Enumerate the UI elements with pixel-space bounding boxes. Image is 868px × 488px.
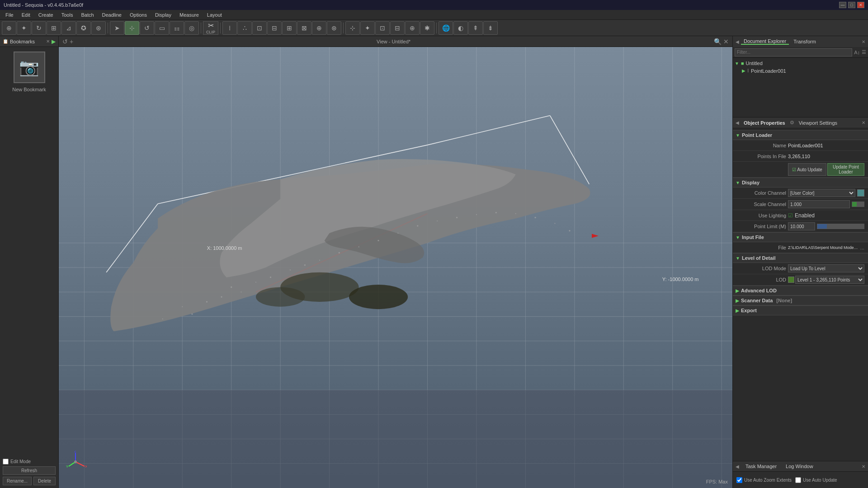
obj-props-tab[interactable]: Object Properties [741, 120, 788, 126]
scale-channel-input[interactable] [788, 200, 850, 208]
expand-icon: ◀ [736, 39, 739, 44]
lod-mode-select[interactable]: Load Up To Level [788, 264, 864, 272]
filter-az-btn[interactable]: A↕ [854, 50, 860, 55]
filter-options-btn[interactable]: ☰ [862, 49, 866, 55]
tool-move[interactable]: ✦ [17, 21, 31, 35]
viewport-settings-btn[interactable]: ↺ [62, 38, 68, 45]
tool-points4[interactable]: ⊟ [267, 21, 282, 35]
transform-tab[interactable]: Transform [791, 39, 819, 44]
auto-zoom-check[interactable] [736, 477, 742, 483]
tool-transform[interactable]: ⊿ [61, 21, 76, 35]
tool-class5[interactable]: ⊕ [405, 21, 420, 35]
viewport-settings-tab[interactable]: Viewport Settings [796, 120, 840, 126]
gear-icon[interactable]: ⚙ [790, 120, 794, 126]
tool-target[interactable]: ◎ [184, 21, 199, 35]
left-panel-expand[interactable]: ▶ [52, 38, 56, 45]
tree-root-item[interactable]: ▼ ■ Untitled [735, 60, 866, 67]
tool-points2[interactable]: ∴ [237, 21, 252, 35]
tool-grid[interactable]: ⚏ [170, 21, 184, 35]
auto-update-task-check[interactable] [795, 477, 801, 483]
tool-arrow[interactable]: ➤ [110, 21, 124, 35]
svg-point-50 [417, 225, 418, 226]
task-manager-tab[interactable]: Task Manager [743, 464, 779, 469]
color-channel-select[interactable]: [User Color] [788, 189, 855, 197]
close-btn[interactable]: ✕ [857, 2, 864, 8]
tool-points6[interactable]: ⊠ [297, 21, 311, 35]
input-file-section-header[interactable]: ▼ Input File [733, 232, 868, 242]
tool-nav1[interactable]: ⇞ [468, 21, 483, 35]
point-limit-slider[interactable] [817, 224, 864, 229]
tree-child-item[interactable]: ▶ ⁞ PointLoader001 [742, 67, 866, 75]
obj-props-close[interactable]: ✕ [862, 120, 865, 125]
menu-display[interactable]: Display [151, 11, 175, 19]
refresh-btn[interactable]: Refresh [3, 466, 56, 475]
clip-tool[interactable]: ✂ CLIP [203, 21, 218, 35]
tool-class6[interactable]: ✱ [420, 21, 434, 35]
title-bar: Untitled - Sequoia - v0.4.45.b7a6e0f — □… [0, 0, 868, 10]
lod-section-header[interactable]: ▼ Level of Detail [733, 253, 868, 263]
viewport-close-btn[interactable]: ✕ [723, 38, 729, 45]
tool-points7[interactable]: ⊕ [312, 21, 326, 35]
auto-update-task-checkbox[interactable]: Use Auto Update [795, 477, 837, 483]
task-close-btn[interactable]: ✕ [862, 464, 865, 469]
tool-rotate[interactable]: ↻ [32, 21, 46, 35]
update-point-loader-btn[interactable]: Update Point Loader [827, 163, 864, 176]
menu-measure[interactable]: Measure [176, 11, 203, 19]
tool-cursor[interactable]: ⊹ [125, 21, 139, 35]
advanced-lod-header[interactable]: ▶ Advanced LOD [733, 286, 868, 296]
viewport-zoom-btn[interactable]: 🔍 [714, 38, 722, 45]
tool-points1[interactable]: ⁞ [222, 21, 237, 35]
scanner-data-header[interactable]: ▶ Scanner Data [None] [733, 296, 868, 305]
menu-deadline[interactable]: Deadline [99, 11, 125, 19]
rename-btn[interactable]: Rename... [3, 477, 32, 485]
lighting-checkbox[interactable]: ☑ Enabled [788, 212, 864, 219]
point-limit-input[interactable] [788, 222, 815, 230]
left-panel-close[interactable]: ✕ [46, 39, 50, 44]
bookmark-content: 📷 New Bookmark [0, 47, 58, 97]
tool-globe[interactable]: 🌐 [439, 21, 453, 35]
menu-create[interactable]: Create [35, 11, 57, 19]
tool-points3[interactable]: ⊡ [252, 21, 267, 35]
tool-class2[interactable]: ✦ [360, 21, 375, 35]
tool-rect[interactable]: ▭ [155, 21, 169, 35]
menu-edit[interactable]: Edit [18, 11, 34, 19]
auto-update-btn[interactable]: ☑ Auto Update [788, 163, 826, 176]
lod-select[interactable]: Level 1 - 3,265,110 Points [795, 276, 864, 284]
maximize-btn[interactable]: □ [848, 2, 855, 8]
tool-circle[interactable]: ◐ [453, 21, 468, 35]
tool-5[interactable]: ✪ [76, 21, 91, 35]
tool-points5[interactable]: ⊞ [282, 21, 297, 35]
tool-class1[interactable]: ⊹ [345, 21, 360, 35]
tool-nav2[interactable]: ⇟ [483, 21, 498, 35]
doc-explorer-tab[interactable]: Document Explorer [741, 38, 789, 45]
menu-tools[interactable]: Tools [58, 11, 77, 19]
document-explorer: ◀ Document Explorer Transform ✕ A↕ ☰ ▼ ■… [733, 36, 868, 117]
tool-6[interactable]: ⊛ [91, 21, 106, 35]
tool-class4[interactable]: ⊟ [390, 21, 405, 35]
menu-file[interactable]: File [2, 11, 17, 19]
menu-layout[interactable]: Layout [203, 11, 226, 19]
auto-zoom-checkbox[interactable]: Use Auto Zoom Extents [736, 477, 792, 483]
tool-class3[interactable]: ⊡ [375, 21, 390, 35]
export-header[interactable]: ▶ Export [733, 305, 868, 315]
filter-input[interactable] [735, 48, 852, 56]
log-window-tab[interactable]: Log Window [783, 464, 816, 469]
tool-scale[interactable]: ⊞ [47, 21, 61, 35]
menu-batch[interactable]: Batch [77, 11, 97, 19]
point-loader-section-header[interactable]: ▼ Point Loader [733, 130, 868, 140]
minimize-btn[interactable]: — [839, 2, 846, 8]
viewport-add-btn[interactable]: + [70, 38, 73, 45]
edit-mode-checkbox[interactable]: Edit Mode [3, 459, 56, 465]
scale-slider[interactable] [852, 202, 864, 207]
display-section-header[interactable]: ▼ Display [733, 178, 868, 188]
edit-mode-check[interactable] [3, 459, 9, 465]
viewport-canvas[interactable]: X: 1000.0000 m Y: -1000.0000 m FPS: Max … [59, 47, 732, 488]
file-browse-btn[interactable]: ... [860, 245, 864, 250]
left-panel-header: 📋 Bookmarks ✕ ▶ [0, 36, 58, 47]
delete-btn[interactable]: Delete [33, 477, 56, 485]
doc-explorer-close[interactable]: ✕ [862, 39, 865, 44]
tool-select[interactable]: ⊕ [2, 21, 16, 35]
menu-options[interactable]: Options [126, 11, 151, 19]
tool-refresh[interactable]: ↺ [140, 21, 154, 35]
tool-points8[interactable]: ⊛ [327, 21, 341, 35]
